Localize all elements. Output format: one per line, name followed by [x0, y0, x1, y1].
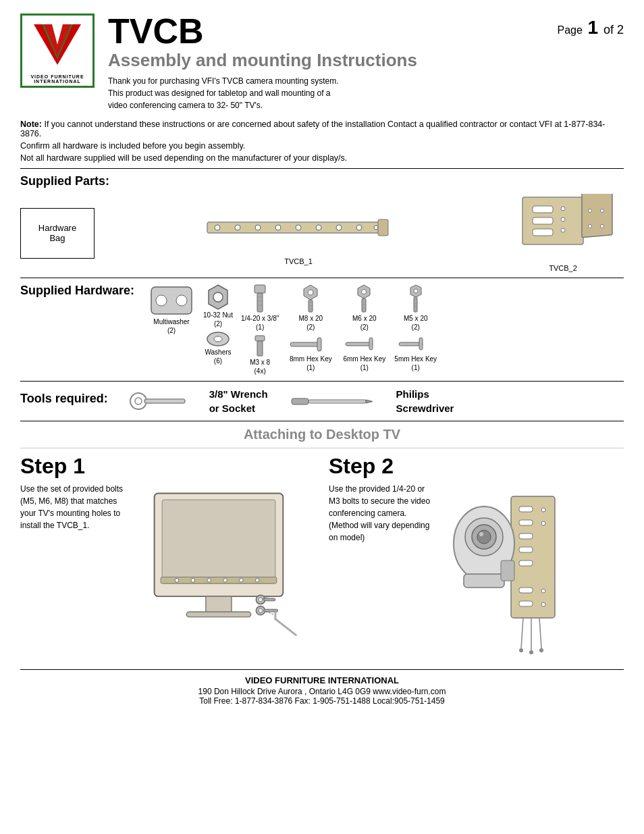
- steps-row: Step 1 Use the set of provided bolts (M5…: [20, 454, 624, 658]
- svg-rect-54: [346, 342, 373, 346]
- svg-point-78: [255, 578, 259, 582]
- vfi-logo-svg: [27, 18, 88, 72]
- svg-rect-47: [317, 338, 321, 351]
- supplied-parts-section: Supplied Parts: Hardware Bag: [20, 174, 624, 272]
- svg-rect-93: [519, 520, 533, 525]
- svg-rect-67: [292, 398, 308, 405]
- wrench-icon: [128, 388, 189, 415]
- svg-point-108: [539, 648, 543, 652]
- svg-point-100: [541, 521, 545, 525]
- logo-subtitle: VIDEO FURNITURE INTERNATIONAL: [22, 74, 92, 84]
- svg-rect-33: [254, 285, 265, 293]
- svg-point-23: [601, 209, 604, 213]
- svg-point-113: [479, 532, 483, 536]
- attaching-title: Attaching to Desktop TV: [20, 427, 624, 442]
- m6x20-label: M6 x 20(2): [352, 314, 377, 332]
- tvcb2-svg: [502, 194, 624, 261]
- svg-point-65: [135, 398, 142, 405]
- divider-2: [20, 278, 624, 278]
- divider-4: [20, 421, 624, 421]
- m6x20-icon: [352, 284, 376, 314]
- svg-point-25: [601, 225, 604, 228]
- svg-point-10: [336, 225, 342, 230]
- svg-rect-97: [519, 588, 533, 593]
- svg-point-28: [176, 295, 187, 306]
- supplied-hardware-section: Supplied Hardware: Multiwasher(2): [20, 284, 624, 375]
- tools-title: Tools required:: [20, 392, 108, 406]
- footer-contact: Toll Free: 1-877-834-3876 Fax: 1-905-751…: [20, 696, 624, 706]
- m3x8-label: M3 x 8(4x): [250, 358, 270, 375]
- svg-line-103: [521, 618, 523, 648]
- svg-point-41: [308, 290, 313, 295]
- wrench-label: 3/8" Wrench or Socket: [209, 387, 268, 415]
- tools-section: Tools required: 3/8" Wrench or Socket Ph…: [20, 387, 624, 415]
- svg-rect-94: [519, 533, 533, 539]
- svg-point-74: [191, 578, 195, 582]
- svg-point-101: [541, 589, 545, 593]
- svg-rect-71: [162, 500, 275, 583]
- step1-tv-illustration: [135, 483, 315, 658]
- 8mm-hex-icon: [287, 334, 334, 355]
- bolt-1420-icon: [246, 284, 273, 314]
- svg-rect-92: [519, 506, 533, 512]
- step1-block: Step 1 Use the set of provided bolts (M5…: [20, 454, 315, 658]
- svg-rect-95: [519, 547, 533, 552]
- svg-rect-21: [582, 194, 612, 238]
- parts-row: Hardware Bag TVCB_1: [20, 194, 624, 272]
- svg-point-7: [275, 225, 281, 230]
- svg-rect-115: [501, 561, 514, 581]
- svg-point-27: [156, 295, 167, 306]
- svg-point-5: [235, 225, 240, 230]
- step2-block: Step 2 Use the provided 1/4-20 or M3 bol…: [329, 454, 624, 658]
- washers-label: Washers(6): [205, 348, 231, 365]
- svg-point-24: [589, 225, 592, 228]
- multiwasher-icon: [148, 284, 195, 317]
- tvcb1-svg: [204, 201, 393, 255]
- svg-point-12: [374, 226, 378, 230]
- washer-icon: [205, 331, 232, 348]
- footer-company: VIDEO FURNITURE INTERNATIONAL: [20, 675, 624, 685]
- svg-point-106: [519, 648, 523, 652]
- svg-rect-80: [186, 612, 250, 617]
- svg-point-20: [561, 228, 565, 232]
- divider-5: [20, 448, 624, 448]
- svg-rect-55: [369, 338, 373, 350]
- header-title-block: TVCB Assembly and mounting Instructions …: [108, 14, 557, 111]
- svg-rect-38: [255, 336, 265, 341]
- svg-rect-83: [264, 598, 275, 601]
- svg-point-32: [214, 336, 222, 342]
- svg-line-87: [275, 619, 296, 635]
- svg-point-107: [529, 650, 533, 654]
- svg-point-75: [207, 578, 211, 582]
- tvcb2-label: TVCB_2: [549, 264, 577, 272]
- step2-camera-illustration: [444, 483, 579, 658]
- svg-rect-96: [519, 561, 533, 566]
- hardware-bag: Hardware Bag: [20, 208, 95, 259]
- svg-rect-91: [511, 496, 555, 618]
- svg-point-112: [477, 530, 491, 544]
- svg-point-30: [213, 292, 223, 302]
- svg-rect-50: [362, 298, 366, 312]
- note-section: Note: If you cannot understand these ins…: [20, 120, 624, 163]
- svg-point-82: [259, 598, 263, 602]
- step1-text: Use the set of provided bolts (M5, M6, M…: [20, 483, 128, 531]
- svg-rect-79: [206, 596, 232, 613]
- svg-rect-63: [419, 338, 423, 350]
- footer: VIDEO FURNITURE INTERNATIONAL 190 Don Hi…: [20, 669, 624, 706]
- svg-point-4: [215, 225, 220, 230]
- svg-point-8: [296, 225, 301, 230]
- m8x20-label: M8 x 20(2): [299, 314, 323, 332]
- m5x20-label: M5 x 20(2): [404, 314, 428, 332]
- svg-point-49: [362, 290, 367, 294]
- divider-3: [20, 381, 624, 382]
- svg-rect-15: [533, 206, 553, 213]
- 5mm-hex-label: 5mm Hex Key(1): [394, 355, 437, 372]
- svg-rect-68: [308, 400, 366, 403]
- nut-icon: [205, 284, 232, 311]
- multiwasher-label: Multiwasher(2): [153, 317, 189, 335]
- svg-rect-16: [533, 217, 553, 224]
- bolt-1420-label: 1/4-20 x 3/8"(1): [241, 314, 279, 332]
- m3x8-icon: [250, 334, 270, 358]
- 6mm-hex-icon: [342, 334, 386, 355]
- divider-1: [20, 168, 624, 169]
